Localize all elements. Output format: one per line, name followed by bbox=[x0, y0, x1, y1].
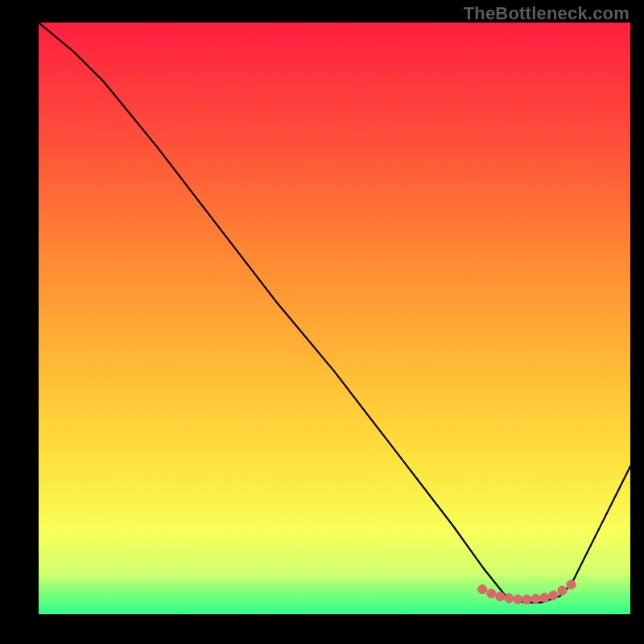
watermark-text: TheBottleneck.com bbox=[464, 3, 630, 24]
optimum-marker bbox=[522, 595, 531, 604]
optimum-marker bbox=[514, 595, 522, 604]
optimum-marker bbox=[549, 591, 558, 600]
optimum-marker bbox=[478, 585, 487, 594]
optimum-marker bbox=[496, 592, 505, 601]
optimum-marker bbox=[558, 586, 567, 595]
optimum-marker bbox=[505, 594, 514, 603]
bottleneck-chart bbox=[39, 23, 630, 614]
optimum-marker bbox=[567, 580, 576, 589]
optimum-marker bbox=[540, 593, 549, 602]
optimum-marker bbox=[487, 589, 496, 598]
optimum-marker bbox=[531, 594, 540, 603]
